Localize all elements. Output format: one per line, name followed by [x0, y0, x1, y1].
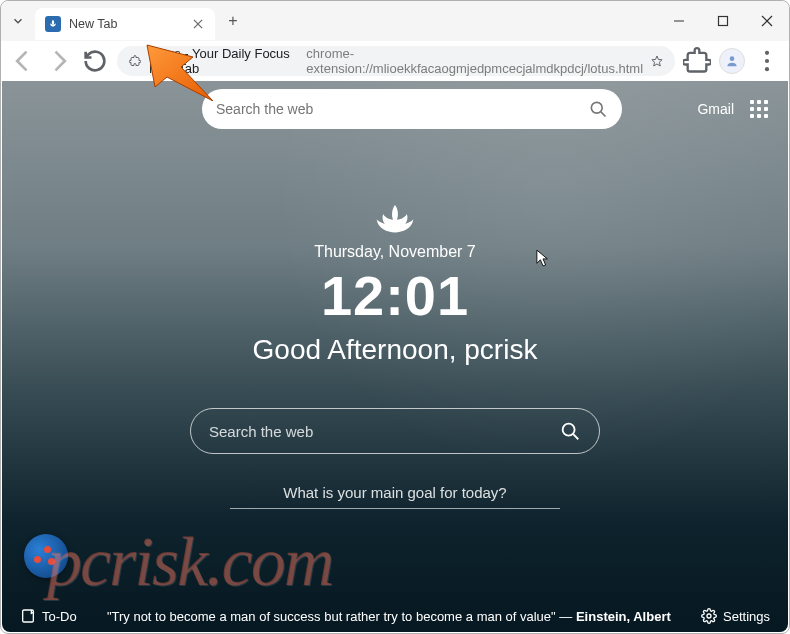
- goal-input[interactable]: [230, 484, 560, 501]
- footer: To-Do "Try not to become a man of succes…: [2, 608, 788, 624]
- lotus-icon: [374, 201, 416, 235]
- main-search-box[interactable]: [190, 408, 600, 454]
- minimize-button[interactable]: [657, 1, 701, 41]
- gmail-link[interactable]: Gmail: [697, 101, 734, 117]
- svg-point-9: [765, 59, 769, 63]
- browser-tab[interactable]: New Tab: [35, 8, 215, 40]
- header-search-box[interactable]: [202, 89, 622, 129]
- toolbar: Lotus - Your Daily Focus New Tab chrome-…: [1, 41, 789, 81]
- greeting-text: Good Afternoon, pcrisk: [253, 334, 538, 366]
- header-search-input[interactable]: [216, 101, 588, 117]
- date-text: Thursday, November 7: [314, 243, 476, 261]
- extensions-button[interactable]: [683, 47, 711, 75]
- forward-button[interactable]: [45, 47, 73, 75]
- omnibox-site-title: Lotus - Your Daily Focus New Tab: [149, 46, 294, 76]
- svg-line-12: [601, 112, 606, 117]
- tab-search-dropdown[interactable]: [1, 14, 35, 28]
- extension-icon: [129, 53, 141, 69]
- search-icon: [588, 99, 608, 119]
- clock-time: 12:01: [321, 263, 469, 328]
- window-controls: [657, 1, 789, 41]
- tab-close-icon[interactable]: [191, 17, 205, 31]
- gear-icon: [701, 608, 717, 624]
- quote: "Try not to become a man of success but …: [89, 609, 689, 624]
- address-bar[interactable]: Lotus - Your Daily Focus New Tab chrome-…: [117, 46, 675, 76]
- todo-label: To-Do: [42, 609, 77, 624]
- center-panel: Thursday, November 7 12:01 Good Afternoo…: [2, 201, 788, 509]
- apps-grid-icon[interactable]: [750, 100, 768, 118]
- titlebar: New Tab +: [1, 1, 789, 41]
- search-icon: [559, 420, 581, 442]
- main-search-input[interactable]: [209, 423, 559, 440]
- svg-point-16: [707, 614, 711, 618]
- svg-point-10: [765, 67, 769, 71]
- reload-button[interactable]: [81, 47, 109, 75]
- todo-icon: [20, 608, 36, 624]
- quote-text: "Try not to become a man of success but …: [107, 609, 572, 624]
- svg-marker-6: [652, 56, 662, 66]
- maximize-button[interactable]: [701, 1, 745, 41]
- svg-rect-3: [719, 17, 728, 26]
- svg-line-14: [573, 434, 578, 439]
- page-viewport: Gmail Thursday, November 7 12:01 Good Af…: [2, 81, 788, 632]
- back-button[interactable]: [9, 47, 37, 75]
- svg-point-13: [563, 424, 575, 436]
- todo-button[interactable]: To-Do: [20, 608, 77, 624]
- assistant-orb-button[interactable]: [24, 534, 68, 578]
- settings-button[interactable]: Settings: [701, 608, 770, 624]
- profile-avatar-button[interactable]: [719, 48, 745, 74]
- svg-point-7: [730, 56, 735, 61]
- settings-label: Settings: [723, 609, 770, 624]
- tab-favicon-icon: [45, 16, 61, 32]
- main-menu-button[interactable]: [753, 47, 781, 75]
- svg-point-11: [591, 102, 602, 113]
- quote-author: Einstein, Albert: [576, 609, 671, 624]
- new-tab-button[interactable]: +: [219, 12, 247, 30]
- omnibox-url: chrome-extension://mlioekkfacaogmjedpmce…: [306, 46, 643, 76]
- close-window-button[interactable]: [745, 1, 789, 41]
- goal-input-wrapper[interactable]: [230, 484, 560, 509]
- svg-point-8: [765, 51, 769, 55]
- bookmark-star-icon[interactable]: [651, 53, 663, 69]
- tab-title: New Tab: [69, 17, 183, 31]
- page-header: Gmail: [2, 89, 788, 129]
